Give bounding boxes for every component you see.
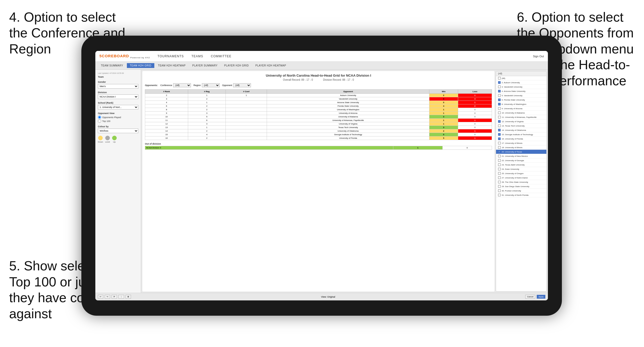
left-panel: Last Updated: 4/7/2024 16:55:38 Team Gen… — [95, 70, 141, 293]
cell-win: 0 — [429, 97, 458, 101]
dropdown-item[interactable]: 28. The Ohio State University — [496, 180, 546, 184]
school-select[interactable]: 1. University of Nort... — [98, 105, 138, 109]
dropdown-item[interactable]: 10. University of Alabama — [496, 111, 546, 115]
cell-win: 5 — [429, 101, 458, 104]
dropdown-item[interactable]: (All) — [496, 76, 546, 80]
dropdown-item-label: 12. University of Virginia — [502, 120, 523, 123]
sub-nav-team-h2h-heatmap[interactable]: TEAM H2H HEATMAP — [155, 63, 189, 68]
division-select[interactable]: NCAA Division I — [98, 94, 138, 99]
dropdown-item[interactable]: ✓16. University of Florida — [496, 137, 546, 141]
cell-loss: 0 — [458, 133, 492, 136]
gender-select[interactable]: Men's — [98, 84, 138, 89]
cell-loss: 0 — [458, 115, 492, 119]
checkbox-icon — [498, 189, 501, 192]
cell-rag: 6 — [188, 119, 226, 122]
dropdown-item[interactable]: 23. Texas A&M University — [496, 163, 546, 167]
dropdown-item[interactable]: 31. University of North Florida — [496, 193, 546, 197]
dropdown-item[interactable]: 27. University of Notre Dame — [496, 176, 546, 180]
dropdown-item[interactable]: ✓14. University of Oklahoma — [496, 128, 546, 132]
region-select[interactable]: (All) — [202, 83, 220, 87]
dropdown-item[interactable]: 25. University of Oregon — [496, 171, 546, 176]
sub-nav-team-summary[interactable]: TEAM SUMMARY — [98, 63, 126, 68]
dropdown-item[interactable]: ✓4. Arizona State University — [496, 89, 546, 93]
checkbox-icon: ✓ — [498, 103, 501, 105]
filter-conference: Conference (All) — [160, 83, 191, 87]
sign-out-link[interactable]: Sign Out — [533, 55, 544, 58]
cell-loss: 0 — [458, 112, 492, 115]
dropdown-item-label: 15. Georgia Institute of Technology — [502, 133, 533, 136]
sub-nav-player-h2h-heatmap[interactable]: PLAYER H2H HEATMAP — [252, 63, 289, 68]
dropdown-item[interactable]: ✓8. University of Washington — [496, 102, 546, 106]
dropdown-item-label: 21. University of New Mexico — [502, 155, 528, 157]
color-legend: Down Level Up — [98, 136, 138, 143]
nav-tournaments[interactable]: TOURNAMENTS — [158, 54, 184, 58]
footer-toolbar: ↩ ↪ ⟳ ⋮ ⊞ View: Original Cancel Apply — [95, 293, 548, 300]
cell-conf — [226, 122, 267, 126]
opponent-view-label: Opponent View — [98, 112, 138, 115]
dropdown-item[interactable]: ✓15. Georgia Institute of Technology — [496, 132, 546, 137]
radio-top100[interactable]: Top 100 — [98, 119, 138, 123]
checkbox-icon — [498, 155, 501, 157]
dropdown-item[interactable]: 22. University of Georgia — [496, 158, 546, 163]
nav-teams[interactable]: TEAMS — [191, 54, 203, 58]
dropdown-item[interactable]: 24. Duke University — [496, 167, 546, 171]
right-dropdown-panel[interactable]: (All) (All)✓2. Auburn University3. Vande… — [496, 71, 547, 292]
cell-opponent: Texas Tech University — [267, 126, 429, 129]
legend-level-label: Level — [105, 141, 110, 143]
dropdown-item[interactable]: ✓20. University of Texas — [496, 150, 546, 154]
radio-opponents-played-input[interactable] — [98, 116, 101, 119]
col-conf: # Conf — [226, 90, 267, 94]
overall-record: Overall Record: 89 - 17 - 0 — [283, 78, 313, 81]
dropdown-item[interactable]: 11. University of Arkansas, Fayetteville — [496, 115, 546, 119]
radio-opponents-played[interactable]: Opponents Played — [98, 116, 138, 119]
cancel-btn[interactable]: Cancel — [525, 295, 535, 299]
redo-btn[interactable]: ↪ — [105, 295, 110, 299]
undo-btn[interactable]: ↩ — [98, 295, 103, 299]
dropdown-item[interactable]: 30. Purdue University — [496, 189, 546, 193]
copy-btn[interactable]: ⊞ — [126, 295, 131, 299]
dropdown-item[interactable]: ✓12. University of Virginia — [496, 119, 546, 124]
dropdown-item-label: 13. Texas Tech University — [502, 125, 525, 127]
sub-nav-team-h2h-grid[interactable]: TEAM H2H GRID — [127, 63, 155, 68]
radio-top100-input[interactable] — [98, 119, 101, 123]
checkbox-icon — [498, 77, 501, 79]
dropdown-item[interactable]: 13. Texas Tech University — [496, 124, 546, 128]
checkbox-icon — [498, 112, 501, 114]
out-div-win-cell: 1 — [393, 146, 443, 150]
team-label: Team — [98, 76, 138, 78]
sub-nav-player-summary[interactable]: PLAYER SUMMARY — [189, 63, 220, 68]
dropdown-item[interactable]: 9. University of Arizona — [496, 106, 546, 111]
cell-loss: 0 — [458, 122, 492, 126]
reset-btn[interactable]: ⟳ — [112, 295, 117, 299]
dropdown-item-label: 5. Vanderbilt University — [502, 94, 522, 97]
apply-btn[interactable]: Apply — [537, 295, 545, 299]
sub-nav-player-h2h-grid[interactable]: PLAYER H2H GRID — [221, 63, 252, 68]
dropdown-item[interactable]: 29. San Diego State University — [496, 184, 546, 189]
dropdown-item[interactable]: 21. University of New Mexico — [496, 154, 546, 158]
cell-opponent: Vanderbilt University — [267, 97, 429, 101]
cell-opponent: University of Arkansas, Fayetteville — [267, 119, 429, 122]
cell-conf: 1 — [226, 94, 267, 97]
checkbox-icon — [498, 94, 501, 97]
cell-loss: 2 — [458, 104, 492, 108]
conference-select[interactable]: (All) — [173, 83, 191, 87]
dropdown-item-label: 16. University of Florida — [502, 138, 523, 140]
cell-loss: 4 — [458, 97, 492, 101]
more-btn[interactable]: ⋮ — [118, 295, 124, 299]
color-by-select[interactable]: Win/loss — [98, 129, 138, 133]
dropdown-item[interactable]: ✓2. Auburn University — [496, 80, 546, 85]
opponent-select[interactable]: (All) — [233, 83, 251, 87]
nav-committee[interactable]: COMMITTEE — [211, 54, 231, 58]
cell-rag: 3 — [188, 112, 226, 115]
cell-opponent: University of Virginia — [267, 122, 429, 126]
dropdown-item[interactable]: 17. University of Illinois — [496, 141, 546, 145]
dropdown-item[interactable]: 5. Vanderbilt University — [496, 93, 546, 98]
dropdown-item[interactable]: 3. Vanderbilt University — [496, 85, 546, 89]
cell-win: 3 — [429, 126, 458, 129]
dropdown-item[interactable]: 18. University of Illinois — [496, 145, 546, 150]
dropdown-item-label: 22. University of Georgia — [502, 159, 524, 162]
dropdown-item-label: 2. Auburn University — [502, 81, 520, 84]
cell-win: 5 — [429, 133, 458, 136]
checkbox-icon: ✓ — [498, 129, 501, 131]
dropdown-item[interactable]: ✓6. Florida State University — [496, 98, 546, 102]
